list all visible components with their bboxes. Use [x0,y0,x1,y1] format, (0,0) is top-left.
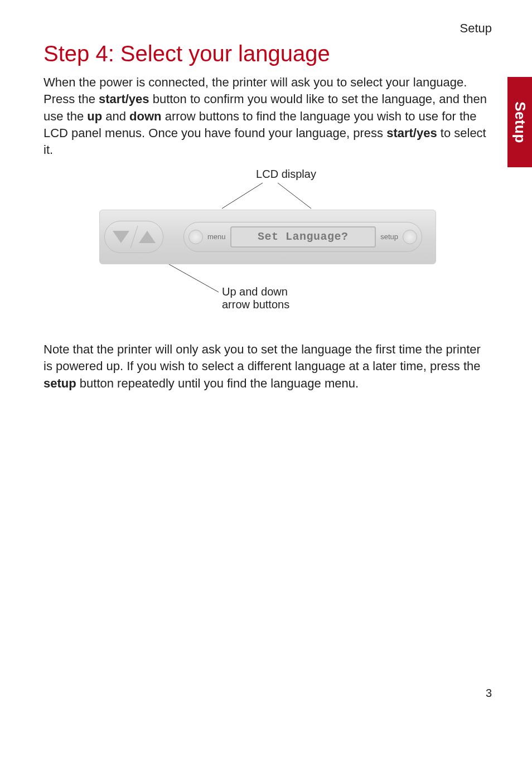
text: Note that the printer will only ask you … [43,342,481,373]
text: arrow buttons [222,298,289,311]
up-arrow-icon[interactable] [139,231,156,243]
side-tab: Setup [507,77,532,167]
updown-label: Up and down arrow buttons [222,285,289,311]
bold: up [87,109,102,123]
svg-line-0 [222,183,263,209]
text: Up and down [222,285,288,298]
lcd-display-label: LCD display [80,168,492,181]
intro-paragraph: When the power is connected, the printer… [43,74,492,159]
page-title: Step 4: Select your language [43,41,492,66]
divider [130,226,138,248]
printer-panel: menu Set Language? setup [99,210,436,264]
arrow-buttons-group [104,221,163,253]
down-arrow-icon[interactable] [113,231,129,243]
lcd-screen: Set Language? [230,226,376,248]
svg-line-1 [278,183,311,209]
bold: start/yes [99,92,149,106]
bold: down [129,109,161,123]
page-number: 3 [486,687,492,700]
bold: setup [43,376,76,390]
text: and [102,109,129,123]
setup-label: setup [380,232,398,241]
side-tab-label: Setup [511,101,529,143]
svg-line-2 [169,264,219,292]
lcd-group: menu Set Language? setup [183,222,422,252]
callout-svg-top [43,181,490,210]
note-paragraph: Note that the printer will only ask you … [43,341,492,392]
callout-lines-top [43,181,492,210]
setup-button[interactable] [403,230,417,244]
text: button repeatedly until you find the lan… [76,376,359,390]
diagram: LCD display menu Set Language? setup [43,168,492,309]
bold: start/yes [386,126,437,140]
callout-lines-bottom: Up and down arrow buttons [43,264,492,309]
page: Setup Setup Step 4: Select your language… [0,0,532,761]
menu-label: menu [207,232,226,241]
menu-button[interactable] [188,230,203,244]
header-section: Setup [43,21,492,36]
